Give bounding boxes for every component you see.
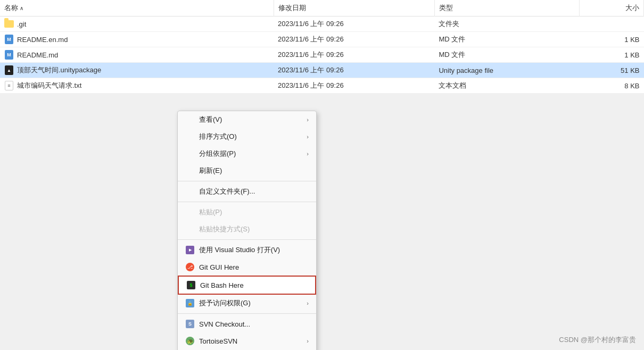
menu-item-git-gui[interactable]: Git GUI Here (178, 259, 316, 276)
table-row[interactable]: 顶部天气时间.unitypackage 2023/11/6 上午 09:26 U… (0, 63, 644, 78)
file-size (580, 16, 644, 32)
menu-item-label: 粘贴(P) (199, 207, 222, 217)
file-type: MD 文件 (434, 32, 579, 47)
file-modified: 2023/11/6 上午 09:26 (274, 47, 434, 63)
menu-item-paste-shortcut: 粘贴快捷方式(S) (178, 221, 316, 238)
menu-separator (178, 239, 316, 240)
table-row[interactable]: README.md 2023/11/6 上午 09:26 MD 文件 1 KB (0, 47, 644, 63)
submenu-arrow: › (307, 116, 309, 123)
submenu-arrow: › (307, 151, 309, 157)
menu-item-label: 分组依据(P) (199, 149, 236, 159)
menu-item-view[interactable]: 查看(V) › (178, 111, 316, 128)
context-menu: 查看(V) › 排序方式(O) › 分组依据(P) › 刷新(E) 自定义文件夹… (177, 111, 317, 350)
menu-item-label: 查看(V) (199, 115, 222, 124)
table-row[interactable]: README.en.md 2023/11/6 上午 09:26 MD 文件 1 … (0, 32, 644, 47)
menu-item-permission[interactable]: 授予访问权限(G) › (178, 295, 316, 312)
file-name: 城市编码天气请求.txt (17, 81, 81, 90)
menu-item-label: TortoiseSVN (199, 337, 237, 345)
menu-item-sort[interactable]: 排序方式(O) › (178, 128, 316, 145)
menu-item-open-vs[interactable]: 使用 Visual Studio 打开(V) (178, 241, 316, 259)
table-row[interactable]: .git 2023/11/6 上午 09:26 文件夹 (0, 16, 644, 32)
col-type[interactable]: 类型 (434, 0, 579, 16)
file-type: 文本文档 (434, 78, 579, 94)
file-modified: 2023/11/6 上午 09:26 (274, 78, 434, 94)
menu-item-label: 自定义文件夹(F)... (199, 187, 255, 196)
menu-item-label: 使用 Visual Studio 打开(V) (199, 245, 280, 255)
file-name: README.md (17, 51, 58, 59)
menu-item-git-bash[interactable]: Git Bash Here (178, 276, 316, 295)
file-size: 1 KB (580, 32, 644, 47)
table-header-row: 名称 修改日期 类型 大小 (0, 0, 644, 16)
menu-item-label: 刷新(E) (199, 166, 222, 176)
file-size: 8 KB (580, 78, 644, 94)
file-size: 1 KB (580, 47, 644, 63)
menu-item-svn-checkout[interactable]: SVN Checkout... (178, 315, 316, 332)
file-modified: 2023/11/6 上午 09:26 (274, 32, 434, 47)
file-name: .git (17, 20, 26, 28)
menu-item-paste: 粘贴(P) (178, 204, 316, 221)
table-row[interactable]: 城市编码天气请求.txt 2023/11/6 上午 09:26 文本文档 8 K… (0, 78, 644, 94)
file-size: 51 KB (580, 63, 644, 78)
menu-separator (178, 202, 316, 202)
watermark: CSDN @那个村的李富贵 (559, 335, 636, 345)
submenu-arrow: › (307, 134, 309, 140)
file-modified: 2023/11/6 上午 09:26 (274, 16, 434, 32)
col-size[interactable]: 大小 (580, 0, 644, 16)
explorer-area: 名称 修改日期 类型 大小 .git 2023/11/6 上午 09:26 文件… (0, 0, 644, 94)
menu-separator (178, 181, 316, 181)
menu-item-label: SVN Checkout... (199, 320, 250, 328)
menu-item-label: 排序方式(O) (199, 132, 237, 141)
menu-item-group[interactable]: 分组依据(P) › (178, 145, 316, 162)
col-modified[interactable]: 修改日期 (274, 0, 434, 16)
menu-item-tortoisesvn[interactable]: TortoiseSVN › (178, 332, 316, 349)
menu-item-label: 粘贴快捷方式(S) (199, 224, 250, 234)
file-type: 文件夹 (434, 16, 579, 32)
file-modified: 2023/11/6 上午 09:26 (274, 63, 434, 78)
menu-item-label: Git Bash Here (200, 281, 244, 289)
menu-item-label: Git GUI Here (199, 263, 239, 271)
menu-item-refresh[interactable]: 刷新(E) (178, 162, 316, 179)
menu-item-customize[interactable]: 自定义文件夹(F)... (178, 183, 316, 200)
col-name[interactable]: 名称 (0, 0, 274, 16)
file-name: 顶部天气时间.unitypackage (17, 65, 101, 75)
file-name: README.en.md (17, 36, 68, 44)
file-type: MD 文件 (434, 47, 579, 63)
submenu-arrow: › (307, 300, 309, 306)
file-table: 名称 修改日期 类型 大小 .git 2023/11/6 上午 09:26 文件… (0, 0, 644, 94)
submenu-arrow: › (307, 338, 309, 344)
menu-item-label: 授予访问权限(G) (199, 298, 251, 308)
file-type: Unity package file (434, 63, 579, 78)
menu-separator (178, 313, 316, 314)
